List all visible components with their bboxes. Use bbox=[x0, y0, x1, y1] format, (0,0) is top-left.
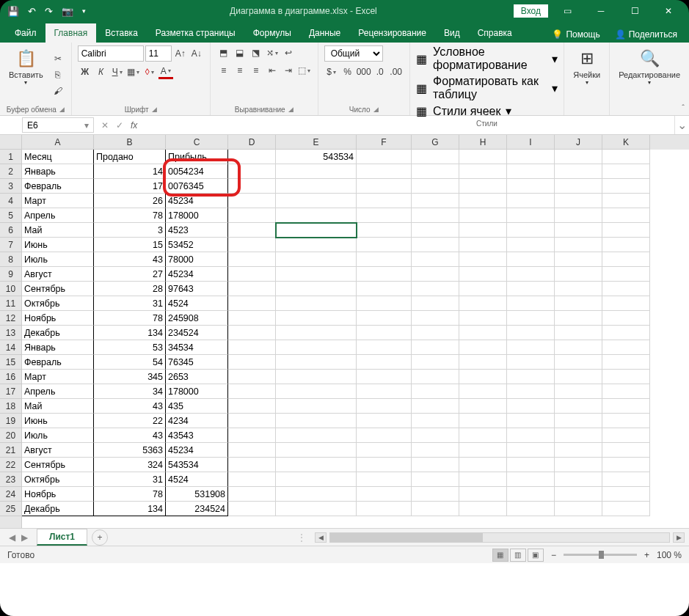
cell[interactable] bbox=[276, 428, 357, 443]
cell[interactable] bbox=[507, 502, 555, 516]
cell[interactable]: Апрель bbox=[22, 384, 94, 399]
cell[interactable] bbox=[507, 150, 555, 164]
cell[interactable] bbox=[459, 282, 507, 296]
row-header[interactable]: 23 bbox=[0, 472, 22, 487]
number-format-select[interactable]: Общий bbox=[324, 45, 383, 62]
cell[interactable] bbox=[357, 223, 412, 238]
cell[interactable] bbox=[459, 179, 507, 194]
cells-button[interactable]: ⊞ Ячейки▾ bbox=[570, 45, 603, 87]
cell[interactable] bbox=[357, 414, 412, 428]
share-button[interactable]: 👤Поделиться bbox=[609, 26, 683, 43]
cell[interactable] bbox=[412, 238, 459, 252]
clipboard-launcher[interactable]: ◢ bbox=[59, 106, 65, 114]
cell[interactable] bbox=[459, 252, 507, 267]
cell[interactable] bbox=[555, 472, 602, 487]
cell[interactable] bbox=[357, 267, 412, 282]
cell[interactable]: Ноябрь bbox=[22, 487, 94, 502]
cell[interactable] bbox=[602, 355, 650, 370]
zoom-out-icon[interactable]: − bbox=[551, 550, 556, 560]
qat-customize-icon[interactable]: ▾ bbox=[82, 7, 86, 15]
row-header[interactable]: 3 bbox=[0, 179, 22, 194]
expand-formula-bar-icon[interactable]: ⌄ bbox=[674, 116, 689, 134]
cell[interactable]: Февраль bbox=[22, 179, 94, 194]
borders-icon[interactable]: ▦ bbox=[126, 65, 141, 79]
add-sheet-button[interactable]: + bbox=[92, 529, 108, 546]
cell[interactable]: 234524 bbox=[166, 326, 228, 340]
cell[interactable]: Октябрь bbox=[22, 472, 94, 487]
cell[interactable] bbox=[459, 223, 507, 238]
cell[interactable] bbox=[602, 399, 650, 414]
cell[interactable]: 14 bbox=[94, 164, 166, 179]
cell[interactable] bbox=[602, 267, 650, 282]
cell[interactable] bbox=[507, 370, 555, 384]
cell[interactable] bbox=[459, 296, 507, 311]
cell[interactable]: Апрель bbox=[22, 208, 94, 223]
cell[interactable] bbox=[459, 399, 507, 414]
cell[interactable] bbox=[276, 252, 357, 267]
cell[interactable] bbox=[357, 384, 412, 399]
tab-home[interactable]: Главная bbox=[45, 23, 97, 43]
cell[interactable] bbox=[459, 150, 507, 164]
cell[interactable] bbox=[357, 150, 412, 164]
cell[interactable] bbox=[357, 458, 412, 472]
cell[interactable] bbox=[602, 443, 650, 458]
cell[interactable] bbox=[276, 414, 357, 428]
cell[interactable] bbox=[412, 252, 459, 267]
cell[interactable] bbox=[459, 267, 507, 282]
cell[interactable] bbox=[412, 399, 459, 414]
formula-input[interactable] bbox=[145, 116, 674, 134]
paste-button[interactable]: 📋 Вставить▾ bbox=[6, 45, 46, 104]
redo-icon[interactable]: ↷ bbox=[45, 6, 53, 17]
cell[interactable] bbox=[412, 443, 459, 458]
tab-split-icon[interactable]: ⋮ bbox=[293, 532, 310, 543]
cell[interactable] bbox=[357, 311, 412, 326]
row-header[interactable]: 1 bbox=[0, 150, 22, 164]
cell[interactable] bbox=[555, 296, 602, 311]
cell[interactable] bbox=[459, 472, 507, 487]
tab-data[interactable]: Данные bbox=[300, 23, 349, 43]
cell[interactable] bbox=[602, 252, 650, 267]
cell[interactable] bbox=[459, 355, 507, 370]
cell[interactable] bbox=[357, 179, 412, 194]
cell[interactable] bbox=[555, 164, 602, 179]
cell[interactable]: Сентябрь bbox=[22, 458, 94, 472]
currency-icon[interactable]: $ bbox=[324, 65, 339, 79]
cell[interactable] bbox=[412, 487, 459, 502]
col-header-K[interactable]: K bbox=[602, 135, 650, 150]
cell[interactable] bbox=[412, 208, 459, 223]
save-icon[interactable]: 💾 bbox=[7, 6, 19, 17]
cell[interactable] bbox=[507, 282, 555, 296]
bold-button[interactable]: Ж bbox=[78, 65, 92, 79]
cell[interactable] bbox=[357, 208, 412, 223]
tab-file[interactable]: Файл bbox=[6, 23, 45, 43]
cell[interactable] bbox=[357, 472, 412, 487]
cell[interactable] bbox=[459, 194, 507, 208]
col-header-G[interactable]: G bbox=[412, 135, 459, 150]
tab-review[interactable]: Рецензирование bbox=[349, 23, 435, 43]
cell[interactable]: 245908 bbox=[166, 311, 228, 326]
cancel-formula-icon[interactable]: ✕ bbox=[101, 120, 109, 131]
row-header[interactable]: 15 bbox=[0, 355, 22, 370]
cell[interactable] bbox=[412, 150, 459, 164]
cell[interactable]: Декабрь bbox=[22, 502, 94, 516]
cell[interactable] bbox=[276, 326, 357, 340]
cell[interactable]: Октябрь bbox=[22, 296, 94, 311]
col-header-I[interactable]: I bbox=[507, 135, 555, 150]
cell[interactable]: 97643 bbox=[166, 282, 228, 296]
cell[interactable] bbox=[357, 370, 412, 384]
cell[interactable]: Сентябрь bbox=[22, 282, 94, 296]
cell[interactable] bbox=[602, 458, 650, 472]
spreadsheet-grid[interactable]: ABCDEFGHIJK 1234567891011121314151617181… bbox=[0, 135, 689, 528]
cell[interactable]: 4234 bbox=[166, 414, 228, 428]
row-header[interactable]: 9 bbox=[0, 267, 22, 282]
cell[interactable] bbox=[459, 340, 507, 355]
font-name-select[interactable] bbox=[78, 45, 144, 62]
cell[interactable]: 178000 bbox=[166, 208, 228, 223]
format-painter-icon[interactable]: 🖌 bbox=[51, 84, 65, 98]
col-header-B[interactable]: B bbox=[94, 135, 166, 150]
cell[interactable] bbox=[555, 355, 602, 370]
cell[interactable] bbox=[507, 296, 555, 311]
cell[interactable] bbox=[459, 311, 507, 326]
editing-button[interactable]: 🔍 Редактирование▾ bbox=[616, 45, 683, 87]
cell[interactable]: 134 bbox=[94, 326, 166, 340]
